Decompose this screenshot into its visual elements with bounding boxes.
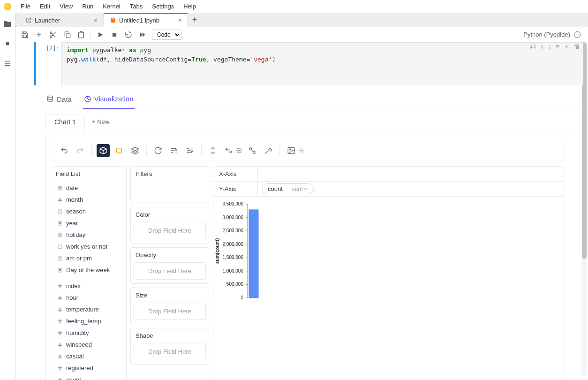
cube-icon[interactable] (97, 144, 110, 157)
save-icon[interactable] (20, 30, 30, 39)
insert-above-icon[interactable]: ≡ (556, 42, 559, 52)
filters-shelf[interactable]: Filters (130, 166, 209, 203)
restart-icon[interactable] (124, 30, 133, 39)
paste-icon[interactable] (76, 30, 86, 39)
sort-desc-icon[interactable] (183, 144, 196, 157)
size-shelf[interactable]: Size Drop Field Here (130, 288, 209, 324)
pyg-tab-data[interactable]: Data (45, 92, 73, 109)
field-casual[interactable]: casual (54, 350, 123, 362)
add-tab-button[interactable]: + (188, 13, 201, 27)
text-icon (57, 267, 63, 274)
field-holiday[interactable]: holiday (54, 229, 123, 241)
gear-icon[interactable] (298, 144, 305, 157)
field-feeling_temp[interactable]: feeling_temp (54, 315, 123, 327)
y-axis-pill[interactable]: count sum (262, 183, 314, 194)
redo-icon[interactable] (74, 144, 87, 157)
field-work-yes-or-not[interactable]: work yes or not (54, 241, 123, 252)
menu-file[interactable]: File (16, 1, 35, 12)
toc-icon[interactable] (3, 59, 12, 68)
svg-line-86 (59, 366, 60, 370)
svg-line-87 (60, 366, 61, 370)
field-winspeed[interactable]: winspeed (54, 339, 123, 350)
pyg-tabs: Data Visualization (39, 85, 583, 109)
field-Day-of-the-week[interactable]: Day of the week (54, 264, 123, 276)
running-icon[interactable] (3, 39, 12, 48)
image-icon[interactable] (285, 144, 298, 157)
tab-launcher[interactable]: Launcher × (19, 13, 104, 27)
field-humidity[interactable]: humidity (54, 327, 123, 339)
stack-icon[interactable] (128, 144, 142, 157)
svg-rect-26 (249, 148, 252, 150)
field-registered[interactable]: registered (54, 362, 123, 374)
field-month[interactable]: month (54, 194, 123, 205)
scrollbar[interactable] (581, 42, 587, 375)
shape-shelf[interactable]: Shape Drop Field Here (130, 328, 209, 365)
menu-help[interactable]: Help (179, 1, 201, 12)
run-icon[interactable] (96, 30, 105, 39)
menu-edit[interactable]: Edit (35, 1, 55, 12)
menu-run[interactable]: Run (77, 1, 98, 12)
field-season[interactable]: season (54, 205, 123, 217)
y-axis-drop[interactable]: count sum (258, 182, 564, 196)
svg-line-74 (59, 331, 60, 335)
sort-asc-icon[interactable] (167, 144, 181, 157)
close-icon[interactable]: × (178, 16, 182, 24)
text-icon (57, 255, 63, 262)
x-axis-drop[interactable] (258, 167, 564, 181)
chart-tab-new[interactable]: + New (85, 114, 116, 130)
hash-icon (57, 365, 63, 372)
menubar: File Edit View Run Kernel Tabs Settings … (0, 0, 588, 13)
hash-icon (57, 330, 63, 336)
delete-cell-icon[interactable]: 🗑 (573, 42, 580, 52)
zoom-icon[interactable] (246, 144, 259, 157)
color-shelf[interactable]: Color Drop Field Here (130, 207, 209, 243)
hash-icon (57, 197, 63, 203)
database-icon (46, 95, 54, 103)
code-cell[interactable]: [2]: import pygwalker as pyg pyg.walk(df… (34, 42, 583, 85)
layout-icon[interactable] (222, 144, 235, 157)
chart-tab-1[interactable]: Chart 1 (45, 114, 85, 130)
field-year[interactable]: year (54, 217, 123, 229)
cell-type-select[interactable]: Code (152, 30, 181, 40)
menu-settings[interactable]: Settings (147, 1, 179, 12)
tab-notebook[interactable]: Untitled1.ipynb × (104, 13, 188, 27)
svg-marker-22 (132, 147, 139, 151)
svg-line-70 (59, 319, 60, 323)
field-date[interactable]: date (54, 182, 123, 194)
code-editor[interactable]: import pygwalker as pyg pyg.walk(df, hid… (61, 42, 583, 85)
run-all-icon[interactable] (138, 30, 147, 39)
undo-icon[interactable] (58, 144, 71, 157)
svg-line-71 (60, 319, 61, 323)
svg-text:2,500,000: 2,500,000 (223, 228, 244, 233)
copy-icon[interactable] (62, 30, 72, 39)
move-up-icon[interactable]: ↑ (540, 42, 544, 52)
menu-tabs[interactable]: Tabs (125, 1, 147, 12)
gear-icon[interactable] (235, 144, 243, 157)
kernel-name[interactable]: Python (Pyodide) (523, 31, 570, 38)
close-icon[interactable]: × (94, 16, 98, 24)
opacity-shelf[interactable]: Opacity Drop Field Here (130, 247, 209, 284)
field-temperature[interactable]: temperature (54, 304, 123, 315)
field-count[interactable]: count (54, 374, 123, 380)
svg-marker-15 (98, 32, 103, 37)
field-index[interactable]: index (54, 280, 123, 292)
duplicate-icon[interactable]: ⿻ (530, 42, 536, 52)
insert-below-icon[interactable]: ＋ (563, 42, 570, 52)
add-cell-icon[interactable] (34, 30, 44, 39)
cut-icon[interactable] (48, 30, 58, 39)
wrench-icon[interactable] (262, 144, 275, 157)
move-down-icon[interactable]: ↓ (548, 42, 551, 52)
tab-bar: Launcher × Untitled1.ipynb × + (15, 13, 588, 27)
field-am-or-pm[interactable]: am or pm (54, 252, 123, 264)
mark-icon[interactable] (113, 144, 126, 157)
field-hour[interactable]: hour (54, 292, 123, 304)
transpose-icon[interactable] (206, 144, 219, 157)
tab-label: Launcher (35, 17, 60, 24)
menu-kernel[interactable]: Kernel (98, 1, 125, 12)
menu-view[interactable]: View (55, 1, 77, 12)
refresh-icon[interactable] (151, 144, 165, 157)
pyg-tab-visualization[interactable]: Visualization (83, 92, 135, 109)
kernel-status-icon[interactable] (574, 31, 580, 38)
stop-icon[interactable] (110, 30, 119, 39)
folder-icon[interactable] (3, 20, 12, 28)
